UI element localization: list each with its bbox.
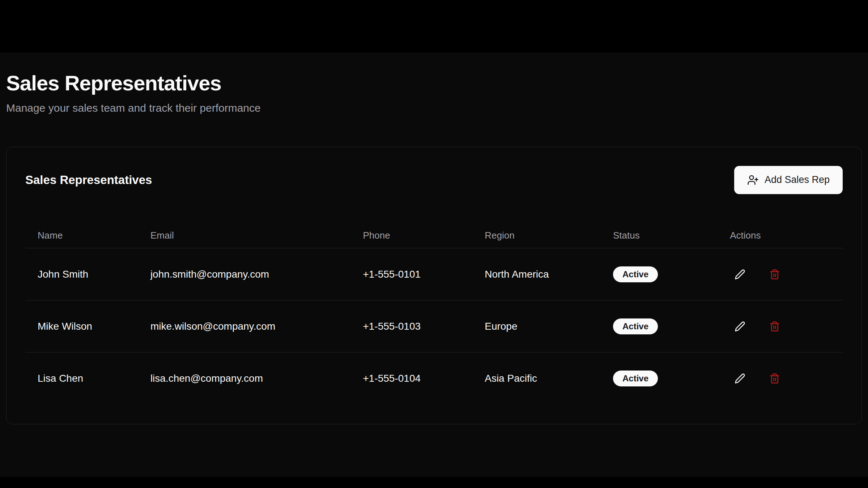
trash-icon: [769, 321, 780, 332]
column-header-email: Email: [138, 223, 351, 248]
edit-button[interactable]: [730, 316, 750, 337]
rep-email: john.smith@company.com: [138, 248, 351, 300]
card-header: Sales Representatives Add Sales Rep: [25, 166, 843, 194]
delete-button[interactable]: [765, 368, 785, 389]
status-badge: Active: [613, 266, 658, 282]
rep-name: John Smith: [25, 248, 138, 300]
rep-region: North America: [472, 248, 601, 300]
trash-icon: [769, 373, 780, 384]
column-header-status: Status: [601, 223, 718, 248]
table-header-row: Name Email Phone Region Status Actions: [25, 223, 843, 248]
table-row: John Smith john.smith@company.com +1-555…: [25, 248, 843, 300]
page-title: Sales Representatives: [6, 70, 862, 96]
row-actions: [730, 368, 830, 389]
pencil-icon: [735, 373, 745, 384]
rep-phone: +1-555-0103: [350, 300, 472, 352]
column-header-actions: Actions: [718, 223, 843, 248]
rep-email: mike.wilson@company.com: [138, 300, 351, 352]
top-chrome-strip: [0, 0, 868, 52]
rep-name: Mike Wilson: [25, 300, 138, 352]
status-badge: Active: [613, 371, 658, 386]
sales-reps-page: Sales Representatives Manage your sales …: [0, 52, 868, 424]
rep-region: Asia Pacific: [472, 352, 601, 404]
edit-button[interactable]: [730, 264, 750, 284]
bottom-chrome-strip: [0, 477, 868, 488]
page-subtitle: Manage your sales team and track their p…: [6, 101, 862, 115]
pencil-icon: [735, 269, 745, 280]
table-row: Mike Wilson mike.wilson@company.com +1-5…: [25, 300, 843, 352]
column-header-region: Region: [472, 223, 601, 248]
status-badge: Active: [613, 318, 658, 334]
edit-button[interactable]: [730, 368, 750, 389]
rep-name: Lisa Chen: [25, 352, 138, 404]
column-header-phone: Phone: [350, 223, 472, 248]
trash-icon: [769, 269, 780, 280]
add-sales-rep-button-label: Add Sales Rep: [765, 174, 830, 185]
delete-button[interactable]: [765, 264, 785, 284]
delete-button[interactable]: [765, 316, 785, 337]
rep-phone: +1-555-0104: [350, 352, 472, 404]
rep-email: lisa.chen@company.com: [138, 352, 351, 404]
row-actions: [730, 316, 830, 337]
pencil-icon: [735, 321, 745, 332]
column-header-name: Name: [25, 223, 138, 248]
rep-region: Europe: [472, 300, 601, 352]
card-title: Sales Representatives: [25, 173, 152, 187]
sales-reps-table: Name Email Phone Region Status Actions J…: [25, 223, 843, 404]
sales-reps-card: Sales Representatives Add Sales Rep: [6, 147, 862, 424]
table-row: Lisa Chen lisa.chen@company.com +1-555-0…: [25, 352, 843, 404]
row-actions: [730, 264, 830, 284]
add-sales-rep-button[interactable]: Add Sales Rep: [734, 166, 843, 194]
user-plus-icon: [747, 174, 759, 186]
rep-phone: +1-555-0101: [350, 248, 472, 300]
